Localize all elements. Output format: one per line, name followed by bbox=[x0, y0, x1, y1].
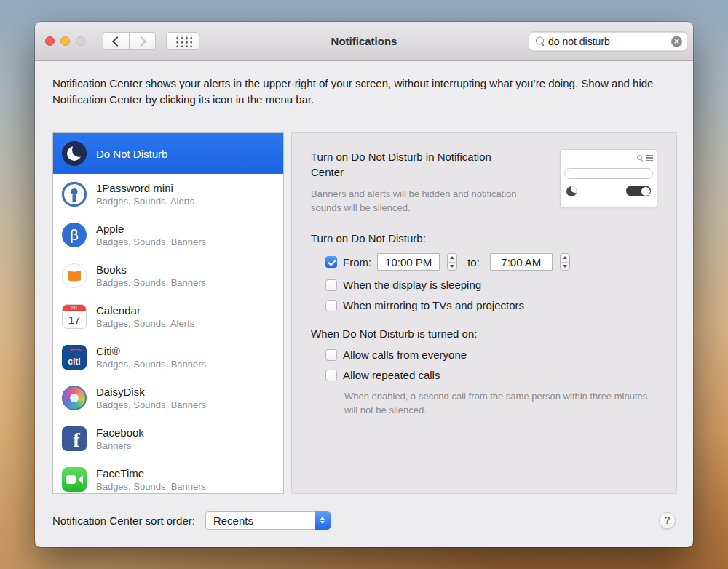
display-sleeping-option[interactable]: When the display is sleeping bbox=[325, 279, 657, 291]
when-on-section-label: When Do Not Disturb is turned on: bbox=[311, 327, 657, 340]
beta-icon: β bbox=[62, 223, 87, 247]
search-value: do not disturb bbox=[548, 36, 671, 47]
app-name: Books bbox=[96, 263, 206, 276]
repeated-calls-note: When enabled, a second call from the sam… bbox=[344, 389, 650, 417]
stepper-up-icon bbox=[561, 254, 569, 263]
allow-calls-checkbox[interactable] bbox=[325, 349, 337, 361]
search-icon bbox=[536, 36, 544, 44]
facebook-icon: f bbox=[62, 426, 87, 451]
app-name: Citi® bbox=[96, 345, 206, 357]
app-alert-style: Badges, Sounds, Banners bbox=[96, 277, 206, 288]
app-alert-style: Badges, Sounds, Alerts bbox=[96, 196, 194, 207]
minimize-button[interactable] bbox=[60, 36, 70, 46]
intro-text: Notification Center shows your alerts in… bbox=[52, 76, 677, 108]
do-not-disturb-settings-panel: Turn on Do Not Disturb in Notification C… bbox=[291, 132, 677, 494]
allow-calls-option[interactable]: Allow calls from everyone bbox=[325, 349, 657, 361]
sidebar-item-apple[interactable]: β Apple Badges, Sounds, Banners bbox=[53, 215, 283, 255]
clear-search-icon[interactable]: × bbox=[671, 36, 682, 47]
list-icon bbox=[646, 155, 653, 161]
notification-row-outline bbox=[564, 168, 653, 179]
notifications-preferences-window: Notifications do not disturb × Notificat… bbox=[35, 22, 693, 547]
schedule-section-label: Turn on Do Not Disturb: bbox=[311, 232, 657, 244]
moon-icon bbox=[62, 141, 87, 166]
sidebar-item-daisydisk[interactable]: DaisyDisk Badges, Sounds, Banners bbox=[53, 378, 283, 418]
chevron-up-icon bbox=[320, 517, 325, 520]
app-alert-style: Badges, Sounds, Banners bbox=[96, 236, 206, 247]
notification-apps-list[interactable]: Do Not Disturb 1Password mini Badges, So… bbox=[52, 132, 284, 494]
notification-center-preview bbox=[560, 149, 657, 207]
stepper-up-icon bbox=[448, 254, 456, 263]
beta-glyph: β bbox=[70, 227, 79, 244]
keyhole-icon bbox=[62, 182, 87, 207]
app-name: 1Password mini bbox=[96, 182, 194, 194]
grid-icon bbox=[174, 35, 192, 47]
close-button[interactable] bbox=[45, 36, 55, 46]
app-name: Facebook bbox=[96, 426, 144, 439]
video-camera-icon bbox=[62, 467, 87, 492]
sidebar-item-facetime[interactable]: FaceTime Badges, Sounds, Banners bbox=[53, 459, 283, 494]
sidebar-item-calendar[interactable]: JUL 17 Calendar Badges, Sounds, Alerts bbox=[53, 296, 283, 337]
app-name: Do Not Disturb bbox=[96, 148, 167, 160]
sidebar-item-do-not-disturb[interactable]: Do Not Disturb bbox=[53, 133, 283, 174]
chevron-down-icon bbox=[320, 521, 325, 524]
search-field[interactable]: do not disturb × bbox=[529, 31, 687, 51]
toggle-on-icon bbox=[626, 186, 651, 196]
stepper-down-icon bbox=[448, 263, 456, 271]
panel-heading: Turn on Do Not Disturb in Notification C… bbox=[311, 149, 500, 180]
mirroring-label: When mirroring to TVs and projectors bbox=[343, 299, 524, 311]
app-name: FaceTime bbox=[96, 467, 206, 480]
back-button[interactable] bbox=[103, 32, 130, 50]
citi-icon: citi bbox=[62, 345, 87, 370]
desktop-wallpaper: Notifications do not disturb × Notificat… bbox=[0, 0, 728, 569]
sidebar-item-books[interactable]: Books Badges, Sounds, Banners bbox=[53, 255, 283, 296]
sort-order-dropdown[interactable]: Recents bbox=[205, 511, 331, 530]
toggle-knob bbox=[641, 187, 650, 196]
to-time-field[interactable]: 7:00 AM bbox=[490, 253, 553, 271]
sidebar-item-facebook[interactable]: f Facebook Banners bbox=[53, 418, 283, 459]
titlebar: Notifications do not disturb × bbox=[35, 22, 693, 61]
app-name: DaisyDisk bbox=[96, 386, 206, 398]
app-alert-style: Badges, Sounds, Banners bbox=[96, 359, 206, 370]
from-checkbox[interactable] bbox=[325, 256, 337, 268]
repeated-calls-checkbox[interactable] bbox=[325, 370, 337, 381]
zoom-button-disabled bbox=[76, 36, 85, 46]
color-disk-icon bbox=[62, 386, 87, 410]
app-alert-style: Badges, Sounds, Banners bbox=[96, 399, 206, 410]
sidebar-item-1password-mini[interactable]: 1Password mini Badges, Sounds, Alerts bbox=[53, 174, 283, 215]
moon-icon bbox=[566, 186, 577, 196]
from-time-field[interactable]: 10:00 PM bbox=[377, 253, 440, 271]
allow-calls-label: Allow calls from everyone bbox=[343, 349, 467, 361]
repeated-calls-option[interactable]: Allow repeated calls bbox=[325, 369, 657, 381]
calendar-day: 17 bbox=[63, 311, 86, 328]
repeated-calls-label: Allow repeated calls bbox=[343, 369, 440, 381]
calendar-month: JUL bbox=[63, 305, 86, 311]
facebook-glyph: f bbox=[73, 429, 79, 451]
schedule-from-to-row[interactable]: From: 10:00 PM to: 7:00 AM bbox=[325, 253, 657, 271]
display-sleeping-checkbox[interactable] bbox=[325, 279, 337, 291]
sidebar-item-citi[interactable]: citi Citi® Badges, Sounds, Banners bbox=[53, 337, 283, 378]
app-name: Apple bbox=[96, 223, 206, 235]
divider bbox=[561, 164, 657, 164]
citi-glyph: citi bbox=[68, 354, 80, 370]
open-book-icon bbox=[62, 263, 87, 288]
show-all-button[interactable] bbox=[166, 32, 199, 50]
app-alert-style: Badges, Sounds, Banners bbox=[96, 481, 206, 492]
chevron-left-icon bbox=[112, 36, 122, 46]
calendar-icon: JUL 17 bbox=[62, 304, 87, 329]
dropdown-arrows-icon bbox=[315, 511, 331, 530]
chevron-right-icon bbox=[136, 36, 146, 46]
panel-subtext: Banners and alerts will be hidden and no… bbox=[311, 187, 529, 215]
mirroring-option[interactable]: When mirroring to TVs and projectors bbox=[325, 299, 657, 311]
nav-buttons bbox=[103, 32, 156, 50]
search-icon bbox=[637, 155, 642, 160]
display-sleeping-label: When the display is sleeping bbox=[343, 279, 481, 291]
forward-button[interactable] bbox=[129, 32, 156, 50]
to-time-stepper[interactable] bbox=[560, 253, 570, 271]
help-button[interactable]: ? bbox=[659, 512, 676, 529]
app-alert-style: Banners bbox=[96, 440, 144, 451]
sort-order-label: Notification Center sort order: bbox=[52, 514, 195, 527]
footer-bar: Notification Center sort order: Recents … bbox=[52, 510, 676, 530]
from-time-stepper[interactable] bbox=[447, 253, 457, 271]
mirroring-checkbox[interactable] bbox=[325, 300, 337, 311]
stepper-down-icon bbox=[561, 263, 569, 271]
